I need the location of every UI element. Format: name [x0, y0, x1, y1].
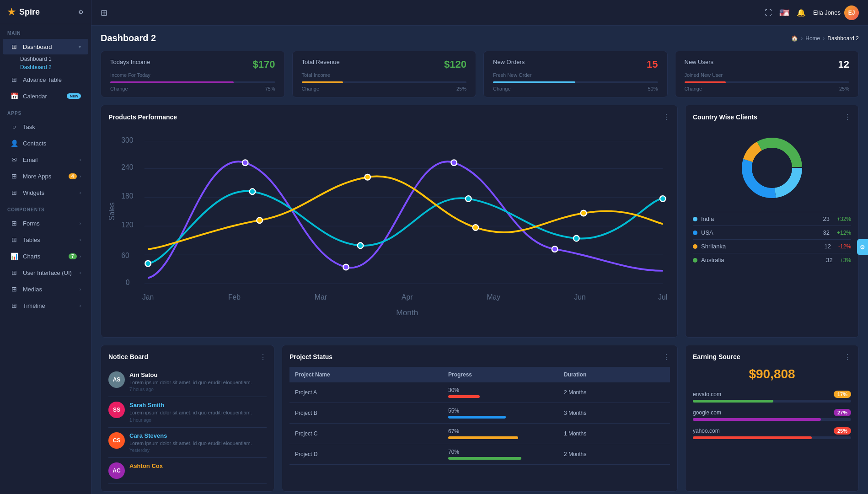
sidebar-item-dashboard[interactable]: ⊞ Dashboard ▾ [3, 39, 88, 54]
project-progress-1: 55% [443, 403, 558, 423]
section-label-apps: APPS [0, 104, 91, 118]
language-flag[interactable]: 🇺🇸 [779, 8, 789, 18]
donut-chart [693, 127, 851, 212]
medias-label: Medias [23, 286, 42, 293]
timeline-chevron-icon: › [80, 303, 81, 308]
country-chart-menu[interactable]: ⋮ [844, 113, 851, 121]
user-profile[interactable]: Ella Jones EJ [813, 5, 859, 20]
svg-point-22 [660, 196, 666, 202]
country-count-0: 23 [714, 215, 830, 222]
svg-point-39 [752, 148, 792, 188]
country-count-1: 32 [713, 229, 830, 236]
stat-change-pct-0: 75% [265, 86, 275, 91]
products-performance-card: Products Performance ⋮ 300 240 180 120 6… [101, 105, 678, 338]
email-label: Email [23, 156, 38, 163]
timeline-icon: ⊞ [10, 302, 18, 309]
settings-icon[interactable]: ⚙ [78, 9, 84, 16]
stat-value-2: 15 [647, 59, 658, 70]
sidebar-item-forms[interactable]: ⊞ Forms › [3, 215, 88, 231]
breadcrumb: 🏠 › Home › Dashboard 2 [791, 35, 859, 42]
line-chart-svg: 300 240 180 120 60 0 Sales [108, 127, 670, 328]
svg-point-26 [581, 210, 587, 216]
stat-progress-bar-0 [110, 81, 234, 83]
earning-source-menu[interactable]: ⋮ [844, 353, 851, 361]
earning-header-0: envato.com 17% [693, 391, 851, 398]
stats-row: Todays Income $170 Income For Today Chan… [101, 51, 859, 97]
stat-card-2: New Orders 15 Fresh New Order Change 50% [483, 51, 668, 97]
fullscreen-icon[interactable]: ⛶ [765, 9, 772, 17]
project-duration-1: 3 Months [558, 403, 670, 423]
country-dot-1 [693, 231, 697, 235]
sidebar-item-tables[interactable]: ⊞ Tables › [3, 232, 88, 247]
svg-text:0: 0 [126, 279, 130, 286]
svg-text:180: 180 [121, 192, 134, 200]
sidebar-item-email[interactable]: ✉ Email › [3, 152, 88, 167]
sidebar-item-more-apps[interactable]: ⊞ More Apps 4 › [3, 168, 88, 184]
project-progress-2: 67% [443, 423, 558, 444]
country-count-2: 12 [726, 243, 831, 250]
notice-item-1: SS Sarah Smith Lorem ipsum dolor sit ame… [108, 397, 267, 427]
sidebar-item-widgets[interactable]: ⊞ Widgets › [3, 185, 88, 200]
project-name-1: Project B [289, 403, 443, 423]
section-label-components: COMPONENTS [0, 201, 91, 215]
svg-point-16 [552, 246, 558, 252]
notice-name-0: Airi Satou [129, 371, 252, 378]
project-pct-2: 67% [448, 428, 459, 435]
svg-text:60: 60 [121, 252, 129, 259]
chevron-down-icon: ▾ [79, 44, 81, 49]
sidebar-item-dashboard1[interactable]: Dashboard 1 [0, 55, 91, 63]
stat-change-pct-2: 50% [648, 86, 658, 91]
sidebar-item-charts[interactable]: 📊 Charts 7 › [3, 248, 88, 264]
sidebar-item-calendar[interactable]: 📅 Calendar New [3, 88, 88, 104]
widgets-icon: ⊞ [10, 189, 18, 196]
notice-name-3: Ashton Cox [129, 462, 163, 469]
charts-chevron-icon: › [80, 254, 81, 259]
medias-chevron-icon: › [80, 287, 81, 292]
stat-subtitle-3: Joined New User [685, 72, 850, 78]
dashboard-label: Dashboard [23, 43, 52, 50]
notice-content-2: Cara Stevens Lorem ipsum dolor sit amet,… [129, 432, 252, 453]
products-chart-menu[interactable]: ⋮ [663, 113, 670, 121]
task-label: Task [23, 124, 35, 130]
earning-header-1: google.com 27% [693, 409, 851, 416]
table-icon: ⊞ [10, 76, 18, 83]
notice-avatar-3: AC [108, 462, 125, 479]
grid-icon[interactable]: ⊞ [101, 8, 107, 18]
contacts-icon: 👤 [10, 140, 18, 147]
sidebar-item-timeline[interactable]: ⊞ Timeline › [3, 298, 88, 313]
calendar-new-badge: New [67, 93, 81, 99]
stat-progress-bg-3 [685, 81, 850, 83]
country-item-0: India 23 +32% [693, 212, 851, 226]
sidebar-item-contacts[interactable]: 👤 Contacts [3, 135, 88, 151]
notice-board-menu[interactable]: ⋮ [259, 353, 267, 361]
country-change-1: +12% [837, 230, 851, 236]
project-name-3: Project D [289, 444, 443, 464]
sidebar-item-medias[interactable]: ⊞ Medias › [3, 281, 88, 297]
country-dot-3 [693, 258, 697, 263]
charts-label: Charts [23, 253, 40, 260]
charts-icon: 📊 [10, 252, 18, 260]
svg-text:Jan: Jan [142, 293, 154, 301]
products-chart-title: Products Performance [108, 113, 177, 121]
tables-icon: ⊞ [10, 236, 18, 243]
task-icon: ○ [10, 123, 18, 130]
section-label-main: MAIN [0, 24, 91, 38]
sidebar-item-ui[interactable]: ⊞ User Interface (UI) › [3, 265, 88, 280]
charts-badge: 7 [69, 253, 77, 259]
earning-bar-bg-0 [693, 400, 851, 403]
table-row-1: Project B 55% 3 Months [289, 403, 670, 423]
sidebar-item-advance-table[interactable]: ⊞ Advance Table [3, 72, 88, 87]
project-bar-0 [448, 395, 480, 398]
earning-bar-2 [693, 436, 812, 439]
notice-list: AS Airi Satou Lorem ipsum dolor sit amet… [108, 367, 267, 484]
earning-site-2: yahoo.com [693, 428, 720, 434]
stat-title-3: New Users [685, 59, 714, 65]
project-status-menu[interactable]: ⋮ [663, 353, 670, 361]
project-progress-0: 30% [443, 382, 558, 403]
sidebar-item-dashboard2[interactable]: Dashboard 2 [0, 63, 91, 71]
sidebar-item-task[interactable]: ○ Task [3, 119, 88, 134]
more-apps-label: More Apps [23, 173, 51, 180]
notifications-icon[interactable]: 🔔 [797, 8, 806, 17]
settings-panel[interactable]: ⚙ [857, 239, 868, 255]
stat-change-label-2: Change [493, 86, 511, 91]
